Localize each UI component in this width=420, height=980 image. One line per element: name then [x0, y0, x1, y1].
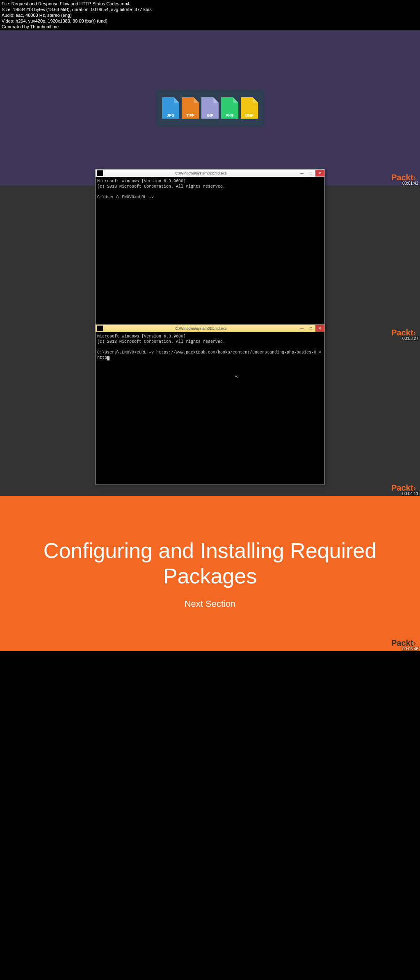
- timestamp-label: 00:06:46: [402, 647, 419, 651]
- minimize-button[interactable]: —: [297, 325, 306, 332]
- bmp-file-icon: BMP: [241, 97, 258, 119]
- maximize-button[interactable]: □: [306, 170, 315, 177]
- close-button[interactable]: ✕: [315, 325, 324, 332]
- cmd-titlebar: C:\Windows\system32\cmd.exe — □ ✕: [96, 170, 324, 177]
- window-controls: — □ ✕: [297, 170, 324, 177]
- metadata-header: File: Request and Response Flow and HTTP…: [0, 0, 420, 30]
- maximize-button[interactable]: □: [306, 325, 315, 332]
- thumbnail-frame-1: JPG TIFF GIF PNG BMP Packt› 00:01:42: [0, 30, 420, 186]
- cmd-window: C:\Windows\system32\cmd.exe — □ ✕ Micros…: [95, 324, 325, 484]
- jpg-file-icon: JPG: [162, 97, 179, 119]
- thumbnail-frame-3: C:\Windows\system32\cmd.exe — □ ✕ Micros…: [0, 341, 420, 496]
- section-subtitle: Next Section: [185, 599, 236, 609]
- section-title: Configuring and Installing Required Pack…: [0, 538, 420, 589]
- timestamp-label: 00:01:42: [402, 181, 419, 186]
- timestamp-label: 00:03:27: [402, 336, 419, 341]
- tiff-file-icon: TIFF: [182, 97, 199, 119]
- mouse-cursor-icon: ↖: [235, 374, 238, 379]
- cmd-body[interactable]: Microsoft Windows [Version 6.3.9600] (c)…: [96, 177, 324, 329]
- cmd-title: C:\Windows\system32\cmd.exe: [105, 326, 297, 330]
- png-file-icon: PNG: [221, 97, 238, 119]
- cmd-title: C:\Windows\system32\cmd.exe: [105, 171, 297, 175]
- thumbnail-frame-4: Configuring and Installing Required Pack…: [0, 496, 420, 651]
- cmd-window: C:\Windows\system32\cmd.exe — □ ✕ Micros…: [95, 169, 325, 329]
- file-type-icons-panel: JPG TIFF GIF PNG BMP: [156, 90, 264, 126]
- timestamp-label: 00:04:11: [402, 491, 419, 496]
- meta-video: Video: h264, yuv420p, 1920x1080, 30.00 f…: [2, 18, 418, 24]
- close-button[interactable]: ✕: [315, 170, 324, 177]
- gif-file-icon: GIF: [201, 97, 219, 119]
- meta-generated: Generated by Thumbnail me: [2, 24, 418, 30]
- text-cursor: [107, 356, 110, 360]
- meta-size: Size: 19534213 bytes (18.63 MiB), durati…: [2, 7, 418, 12]
- window-controls: — □ ✕: [297, 325, 324, 332]
- cmd-icon: [97, 170, 103, 176]
- cmd-titlebar: C:\Windows\system32\cmd.exe — □ ✕: [96, 325, 324, 332]
- cmd-icon: [97, 326, 103, 331]
- thumbnail-frame-2: C:\Windows\system32\cmd.exe — □ ✕ Micros…: [0, 186, 420, 341]
- meta-audio: Audio: aac, 48000 Hz, stereo (eng): [2, 12, 418, 18]
- minimize-button[interactable]: —: [297, 170, 306, 177]
- cmd-body[interactable]: Microsoft Windows [Version 6.3.9600] (c)…: [96, 332, 324, 484]
- meta-file: File: Request and Response Flow and HTTP…: [2, 1, 418, 7]
